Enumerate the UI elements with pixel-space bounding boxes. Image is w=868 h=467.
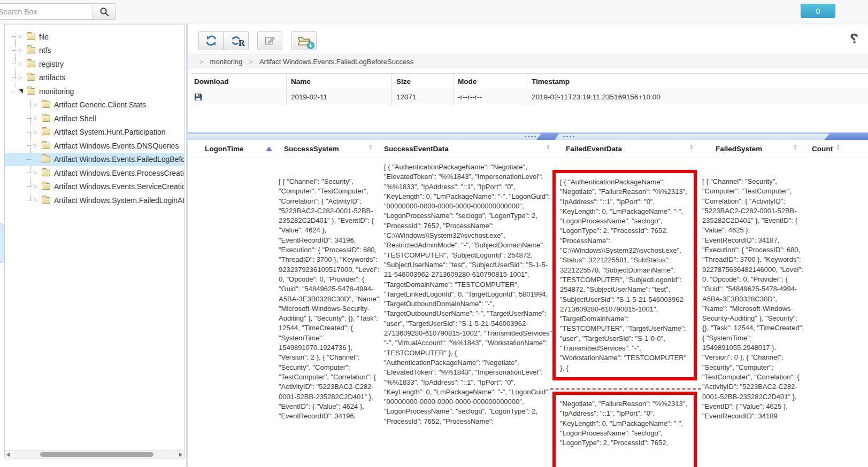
- scroll-right-icon[interactable]: [179, 453, 182, 457]
- export-button[interactable]: [291, 31, 317, 50]
- col-header-download: Download: [190, 74, 287, 89]
- chevron-collapsed-icon[interactable]: ▷: [19, 75, 25, 80]
- chevron-collapsed-icon[interactable]: ▷: [34, 143, 40, 148]
- sort-ascending-icon[interactable]: [266, 146, 272, 151]
- cell-success-event-data: [ { "AuthenticationPackageName": "Negoti…: [384, 162, 554, 426]
- tree-item-service-creation[interactable]: ▷ Artifact Windows.Events.ServiceCreatio…: [5, 180, 184, 194]
- sort-toggle-icon[interactable]: ▲▼: [368, 144, 373, 151]
- refresh-icon: [205, 35, 218, 46]
- folder-icon: [42, 115, 50, 122]
- search-icon: [99, 7, 109, 17]
- tree-item-process-creation[interactable]: ▷ Artifact Windows.Events.ProcessCreatio…: [5, 166, 184, 180]
- folder-icon: [27, 88, 35, 95]
- folder-icon: [27, 34, 35, 40]
- notification-count-button[interactable]: 0: [801, 4, 835, 18]
- scrollbar-thumb[interactable]: [40, 452, 153, 457]
- tree-item-file[interactable]: ▷ file: [5, 30, 184, 44]
- splitter-grip-dots: [525, 136, 526, 137]
- tree-item-label: Artifact Windows.Events.FailedLogBefore: [54, 155, 185, 164]
- tree-item-artifact-shell[interactable]: ▷ Artifact Shell: [5, 112, 184, 126]
- tree-stub: [27, 173, 32, 173]
- chevron-collapsed-icon[interactable]: ▷: [34, 170, 40, 175]
- chevron-collapsed-icon[interactable]: ▷: [34, 103, 40, 107]
- cell-success-system: [ { "Channel": "Security", "Computer": "…: [279, 177, 381, 421]
- tree-item-label: Artifact System.Hunt.Participation: [54, 128, 166, 136]
- col-header-mode: Mode: [454, 74, 527, 89]
- tree-stub: [27, 105, 32, 105]
- splitter-scroll-segment[interactable]: [824, 133, 868, 140]
- folder-icon: [27, 47, 35, 53]
- recalculate-artifact-button[interactable]: R: [224, 31, 249, 50]
- folder-icon: [27, 74, 35, 81]
- sort-toggle-icon[interactable]: ▲▼: [793, 144, 797, 151]
- edit-pencil-icon: [264, 35, 276, 46]
- breadcrumb: > monitoring > Artifact Windows.Events.F…: [188, 55, 868, 68]
- floppy-disk-icon[interactable]: [194, 93, 202, 101]
- tree-item-ntfs[interactable]: ▷ ntfs: [5, 44, 184, 58]
- tree-item-hunt-participation[interactable]: ▷ Artifact System.Hunt.Participation: [5, 126, 184, 139]
- tree-item-label: artifacts: [39, 73, 65, 82]
- refresh-button[interactable]: [198, 31, 224, 50]
- download-cell: [190, 89, 287, 105]
- tree-stub: [12, 77, 17, 78]
- splitter-wedge: [536, 133, 560, 140]
- col-header-size: Size: [392, 74, 454, 89]
- tree-item-failed-log-before-success[interactable]: ▷ Artifact Windows.Events.FailedLogBefor…: [5, 153, 184, 167]
- col-header-logontime[interactable]: LogonTime: [205, 145, 244, 153]
- chevron-collapsed-icon[interactable]: ▷: [34, 198, 40, 203]
- chevron-collapsed-icon[interactable]: ▷: [34, 184, 40, 189]
- app-window: 0 ▷ file ▷ ntfs ▷ registry: [0, 0, 868, 467]
- search-button[interactable]: [93, 3, 116, 20]
- col-header-failedsystem[interactable]: FailedSystem: [716, 145, 762, 153]
- size-cell: 12071: [392, 89, 454, 105]
- sort-toggle-icon[interactable]: ▲▼: [836, 144, 840, 151]
- chevron-collapsed-icon[interactable]: ▷: [19, 48, 25, 53]
- tree-item-failed-login-attempt[interactable]: ▷ Artifact Windows.System.FailedLoginAtt…: [5, 193, 184, 207]
- scroll-left-icon[interactable]: [6, 453, 10, 457]
- splitter-grip-dots: [563, 136, 565, 137]
- sort-toggle-icon[interactable]: ▲▼: [546, 144, 550, 151]
- tree-item-registry[interactable]: ▷ registry: [5, 57, 184, 71]
- file-info-table: Download Name Size Mode Timestamp: [190, 73, 868, 105]
- col-header-successsystem[interactable]: SuccessSystem: [284, 145, 339, 153]
- sort-toggle-icon[interactable]: ▲▼: [689, 144, 694, 151]
- folder-icon: [42, 197, 50, 204]
- tree-item-artifacts[interactable]: ▷ artifacts: [5, 71, 184, 85]
- col-header-count[interactable]: Count: [812, 145, 833, 153]
- tree-stub: [27, 186, 32, 187]
- col-header-successeventdata[interactable]: SuccessEventData: [384, 145, 449, 153]
- sidebar-horizontal-scrollbar[interactable]: [5, 450, 184, 458]
- search-input[interactable]: [0, 3, 93, 20]
- chevron-collapsed-icon[interactable]: ▷: [19, 61, 25, 66]
- panel-splitter[interactable]: [188, 133, 868, 140]
- tree-item-label: ntfs: [39, 46, 51, 55]
- refresh-r-icon: R: [231, 36, 241, 45]
- folder-icon: [42, 129, 50, 135]
- folder-icon: [42, 143, 50, 149]
- tree-item-label: Artifact Generic.Client.Stats: [54, 100, 146, 109]
- chevron-expanded-icon[interactable]: [19, 89, 23, 94]
- tree-item-label: file: [39, 33, 49, 41]
- tree-item-dns-queries[interactable]: ▷ Artifact Windows.Events.DNSQueries: [5, 139, 184, 153]
- breadcrumb-item-monitoring[interactable]: monitoring: [210, 58, 243, 66]
- mode-cell: -r--r--r--: [454, 89, 527, 105]
- folder-icon: [42, 156, 50, 162]
- chevron-collapsed-icon[interactable]: ▷: [19, 34, 25, 39]
- breadcrumb-item-artifact[interactable]: Artifact Windows.Events.FailedLogBeforeS…: [259, 58, 413, 66]
- panel-collapse-handle[interactable]: [0, 223, 4, 263]
- toolbar: R: [188, 24, 868, 53]
- tree-item-monitoring[interactable]: monitoring: [5, 84, 184, 98]
- edit-button[interactable]: [257, 31, 282, 50]
- results-grid-header: LogonTime SuccessSystem ▲▼ SuccessEventD…: [188, 140, 868, 158]
- col-header-failedeventdata[interactable]: FailedEventData: [566, 145, 622, 153]
- folder-icon: [27, 61, 35, 67]
- help-icon[interactable]: ?: [850, 30, 858, 47]
- chevron-collapsed-icon[interactable]: ▷: [34, 116, 40, 121]
- content-panel: R: [186, 24, 868, 467]
- vfs-tree: ▷ file ▷ ntfs ▷ registry ▷ artifacts: [5, 25, 184, 207]
- chevron-collapsed-icon[interactable]: ▷: [34, 130, 40, 135]
- tree-stub: [27, 200, 32, 200]
- tree-stub: [27, 145, 32, 146]
- tree-item-generic-client-stats[interactable]: ▷ Artifact Generic.Client.Stats: [5, 98, 184, 112]
- tree-stub: [27, 118, 32, 119]
